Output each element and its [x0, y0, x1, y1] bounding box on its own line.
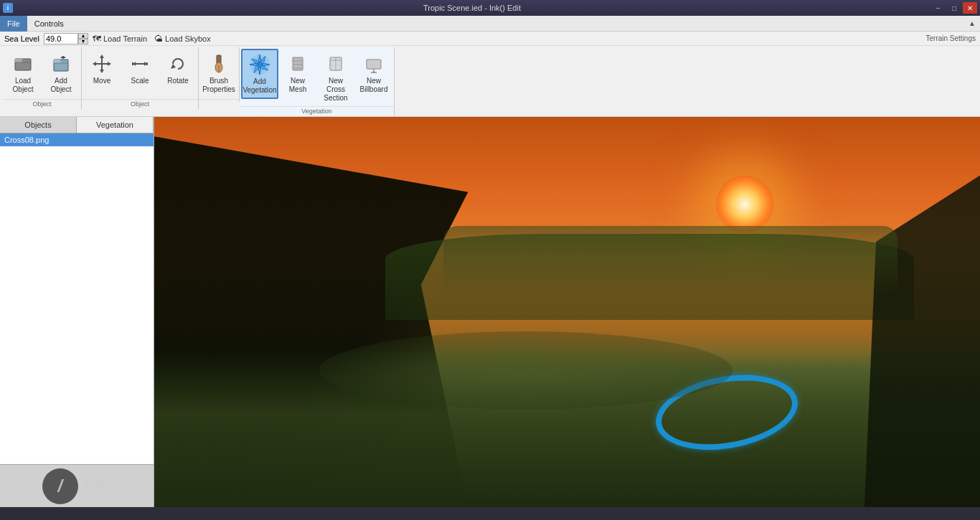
load-skybox-icon: 🌤 — [154, 34, 163, 44]
section-brush: BrushProperties — [199, 47, 240, 102]
section-vegetation-label: Vegetation — [240, 106, 394, 116]
load-terrain-icon: 🗺 — [93, 34, 101, 44]
add-vegetation-label: AddVegetation — [242, 77, 276, 95]
svg-point-24 — [257, 62, 263, 67]
svg-marker-9 — [108, 62, 111, 66]
toolbar-area: Sea Level ▲ ▼ 🗺 Load Terrain 🌤 Load Skyb… — [0, 32, 980, 117]
scale-icon — [128, 52, 151, 75]
load-object-button[interactable]: LoadObject — [4, 49, 42, 99]
add-vegetation-button[interactable]: AddVegetation — [241, 49, 278, 99]
main-area: Objects Vegetation Cross08.png / Edit() — [0, 117, 980, 507]
menu-file[interactable]: File — [0, 16, 27, 32]
window-title: Tropic Scene.ied - Ink() Edit — [13, 4, 931, 12]
new-mesh-icon — [286, 52, 309, 75]
move-label: Move — [93, 77, 110, 85]
svg-marker-19 — [171, 64, 176, 69]
add-object-label: AddObject — [51, 77, 72, 94]
svg-rect-43 — [367, 60, 381, 69]
trees-right-silhouette — [864, 176, 980, 507]
menu-expand[interactable]: ▲ — [969, 19, 980, 27]
toolbar-buttons: LoadObject AddObject Object — [0, 46, 980, 116]
sidebar-tab-objects[interactable]: Objects — [0, 117, 77, 133]
add-object-button[interactable]: AddObject — [42, 49, 80, 99]
sidebar-bottom-row: / Edit() — [42, 468, 111, 504]
load-object-icon — [11, 52, 34, 75]
edit-logo-text: Edit() — [84, 480, 111, 493]
title-bar-left: i — [3, 3, 13, 13]
rotate-label: Rotate — [167, 77, 188, 85]
load-skybox-btn[interactable]: 🌤 Load Skybox — [154, 34, 211, 44]
spinbox-buttons: ▲ ▼ — [78, 33, 88, 44]
add-vegetation-icon — [248, 53, 271, 76]
viewport[interactable] — [154, 117, 980, 507]
title-bar: i Tropic Scene.ied - Ink() Edit − □ ✕ — [0, 0, 980, 16]
new-mesh-label: NewMesh — [289, 77, 306, 94]
new-cross-section-label: New CrossSection — [319, 77, 352, 103]
sidebar-bottom: / Edit() — [0, 464, 154, 507]
section-load-add: LoadObject AddObject Object — [3, 47, 82, 109]
add-object-icon — [50, 52, 72, 75]
terrain-settings-label: Terrain Settings — [926, 34, 976, 42]
window-controls: − □ ✕ — [931, 2, 977, 14]
mid-trees-detail — [443, 226, 897, 296]
close-button[interactable]: ✕ — [963, 2, 977, 14]
svg-marker-11 — [100, 70, 104, 73]
menu-controls[interactable]: Controls — [27, 16, 71, 32]
sea-level-input[interactable] — [44, 33, 78, 44]
section-brush-label — [199, 99, 239, 102]
spinbox-down[interactable]: ▼ — [78, 39, 88, 44]
brush-properties-icon — [207, 52, 230, 75]
section-vegetation-buttons: AddVegetation NewMesh — [240, 47, 394, 106]
edit-logo-symbol: / — [58, 476, 63, 496]
new-billboard-button[interactable]: NewBillboard — [355, 49, 392, 99]
rotate-button[interactable]: Rotate — [159, 49, 197, 99]
menu-bar: File Controls ▲ — [0, 16, 980, 32]
sidebar: Objects Vegetation Cross08.png / Edit() — [0, 117, 154, 507]
svg-rect-4 — [54, 60, 60, 63]
section-brush-buttons: BrushProperties — [199, 47, 239, 99]
scale-label: Scale — [131, 77, 149, 85]
ground-mound — [319, 331, 732, 410]
svg-marker-13 — [93, 62, 96, 66]
sea-level-spinbox: ▲ ▼ — [44, 33, 88, 44]
section-transform-label: Object — [82, 99, 198, 109]
edit-logo: / — [42, 468, 78, 504]
viewport-canvas — [154, 117, 980, 507]
new-cross-section-button[interactable]: New CrossSection — [317, 49, 354, 106]
sidebar-tab-vegetation[interactable]: Vegetation — [77, 117, 154, 133]
rotate-icon — [166, 52, 189, 75]
new-cross-section-icon — [324, 52, 347, 75]
brush-properties-label: BrushProperties — [202, 77, 235, 94]
new-billboard-icon — [362, 52, 385, 75]
sidebar-item-cross08[interactable]: Cross08.png — [0, 133, 154, 146]
svg-marker-12 — [100, 55, 104, 58]
new-mesh-button[interactable]: NewMesh — [279, 49, 316, 99]
maximize-button[interactable]: □ — [947, 2, 961, 14]
spinbox-up[interactable]: ▲ — [78, 33, 88, 39]
minimize-button[interactable]: − — [931, 2, 946, 14]
move-icon — [90, 52, 113, 75]
sea-level-label: Sea Level — [4, 34, 39, 43]
app-icon: i — [3, 3, 13, 13]
sun — [716, 176, 773, 233]
svg-marker-18 — [144, 62, 147, 66]
svg-rect-1 — [15, 59, 22, 62]
section-transform-buttons: Move Scale — [82, 47, 198, 99]
sea-level-row: Sea Level ▲ ▼ 🗺 Load Terrain 🌤 Load Skyb… — [0, 32, 980, 46]
load-object-label: LoadObject — [13, 77, 34, 94]
scale-button[interactable]: Scale — [121, 49, 159, 99]
section-load-add-buttons: LoadObject AddObject — [3, 47, 81, 99]
move-button[interactable]: Move — [83, 49, 121, 99]
sidebar-tabs: Objects Vegetation — [0, 117, 154, 133]
brush-properties-button[interactable]: BrushProperties — [200, 49, 237, 99]
sidebar-list: Cross08.png — [0, 133, 154, 464]
section-transform: Move Scale — [82, 47, 199, 109]
new-billboard-label: NewBillboard — [360, 77, 388, 94]
load-terrain-btn[interactable]: 🗺 Load Terrain — [93, 34, 147, 44]
svg-marker-17 — [133, 62, 136, 66]
section-object-label: Object — [3, 99, 81, 109]
section-vegetation: AddVegetation NewMesh — [240, 47, 395, 116]
